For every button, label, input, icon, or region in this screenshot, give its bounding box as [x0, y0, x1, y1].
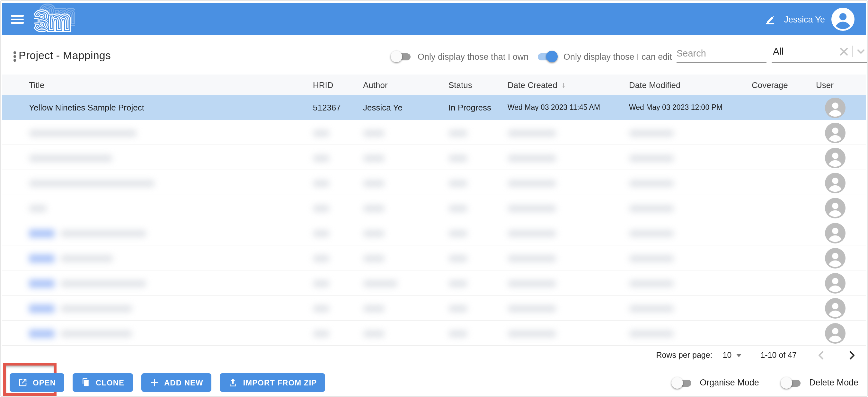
menu-icon[interactable] [11, 15, 24, 24]
open-button[interactable]: OPEN [10, 373, 64, 392]
filter-edit-toggle-group: Only display those I can edit [536, 51, 672, 62]
col-user: User [816, 80, 867, 90]
toolbar: Project - Mappings Only display those th… [2, 40, 866, 72]
rows-per-page-label: Rows per page: [656, 351, 712, 360]
app-logo-3m: 3m 3m 3m 3m 3m 3m [34, 3, 75, 35]
search-input[interactable] [677, 45, 767, 63]
import-from-zip-button[interactable]: IMPORT FROM ZIP [220, 373, 326, 392]
col-date-modified[interactable]: Date Modified [629, 80, 752, 90]
row-user-avatar [825, 122, 845, 143]
delete-mode-label: Delete Mode [809, 378, 858, 387]
only-own-label: Only display those that I own [417, 52, 528, 61]
search-box [677, 45, 767, 63]
clear-filter-icon[interactable] [838, 45, 849, 57]
rows-per-page-value: 10 [723, 351, 732, 360]
table-row-selected[interactable]: Yellow Nineties Sample Project 512367 Je… [2, 95, 866, 120]
row-user-avatar [825, 147, 845, 168]
row-user-avatar [825, 298, 845, 318]
cell-title: Yellow Nineties Sample Project [29, 102, 313, 112]
filter-select[interactable]: All [772, 43, 867, 63]
only-edit-toggle[interactable] [536, 51, 558, 62]
table-row-redacted[interactable] [2, 296, 866, 320]
row-user-avatar [825, 173, 845, 193]
svg-text:3m: 3m [35, 6, 69, 33]
col-date-created[interactable]: Date Created↓ [507, 80, 629, 90]
projects-table: Title HRID Author Status Date Created↓ D… [2, 74, 866, 346]
select-divider [852, 45, 852, 57]
previous-page-icon[interactable] [815, 349, 828, 362]
caret-down-icon [736, 354, 741, 357]
cell-date-created: Wed May 03 2023 11:45 AM [507, 103, 629, 111]
table-row-redacted[interactable] [2, 270, 866, 296]
sort-desc-icon[interactable]: ↓ [562, 80, 566, 89]
filter-own-toggle-group: Only display those that I own [391, 51, 528, 62]
add-new-button[interactable]: ADD NEW [141, 373, 212, 392]
pagination: Rows per page: 10 1-10 of 47 [656, 346, 858, 365]
cell-author: Jessica Ye [363, 102, 448, 112]
only-edit-label: Only display those I can edit [563, 52, 672, 61]
page-title: Project - Mappings [19, 50, 111, 62]
table-row-redacted[interactable] [2, 320, 866, 346]
pagination-range: 1-10 of 47 [761, 351, 797, 360]
table-row-redacted[interactable] [2, 220, 866, 245]
open-in-new-icon [18, 378, 28, 387]
col-status[interactable]: Status [448, 80, 507, 90]
clone-button[interactable]: CLONE [72, 373, 133, 392]
delete-mode-toggle[interactable] [781, 377, 802, 388]
row-user-avatar [825, 97, 845, 118]
rows-per-page-select[interactable]: 10 [723, 351, 741, 360]
table-row-redacted[interactable] [2, 245, 866, 270]
row-user-avatar [825, 323, 845, 343]
chevron-down-icon[interactable] [855, 45, 867, 57]
plus-icon [149, 378, 159, 387]
action-buttons: OPEN CLONE ADD NEW IMPORT FROM ZIP [10, 373, 325, 392]
clone-icon [81, 378, 91, 387]
app-bar: 3m 3m 3m 3m 3m 3m [2, 3, 866, 35]
only-own-toggle[interactable] [391, 51, 412, 62]
logout-icon[interactable] [763, 12, 777, 26]
table-row-redacted[interactable] [2, 145, 866, 170]
upload-icon [228, 378, 238, 387]
col-hrid[interactable]: HRID [313, 80, 363, 90]
row-user-avatar [825, 222, 845, 243]
mode-toggles: Organise Mode Delete Mode [672, 373, 858, 392]
col-author[interactable]: Author [363, 80, 448, 90]
app-window: 3m 3m 3m 3m 3m 3m [0, 0, 868, 397]
row-user-avatar [825, 273, 845, 293]
cell-date-modified: Wed May 03 2023 12:00 PM [629, 103, 752, 111]
cell-hrid: 512367 [313, 102, 363, 112]
table-row-redacted[interactable] [2, 120, 866, 145]
table-row-redacted[interactable] [2, 170, 866, 195]
next-page-icon[interactable] [845, 349, 858, 362]
table-header-row: Title HRID Author Status Date Created↓ D… [2, 74, 866, 95]
row-user-avatar [825, 197, 845, 218]
filter-select-value: All [773, 45, 783, 57]
user-avatar[interactable] [831, 8, 855, 31]
table-row-redacted[interactable] [2, 195, 866, 220]
cell-status: In Progress [448, 102, 507, 112]
col-title[interactable]: Title [29, 80, 313, 90]
organise-mode-label: Organise Mode [700, 378, 759, 387]
user-name: Jessica Ye [784, 14, 825, 24]
col-coverage[interactable]: Coverage [752, 80, 816, 90]
row-user-avatar [825, 248, 845, 268]
organise-mode-toggle[interactable] [672, 377, 692, 388]
